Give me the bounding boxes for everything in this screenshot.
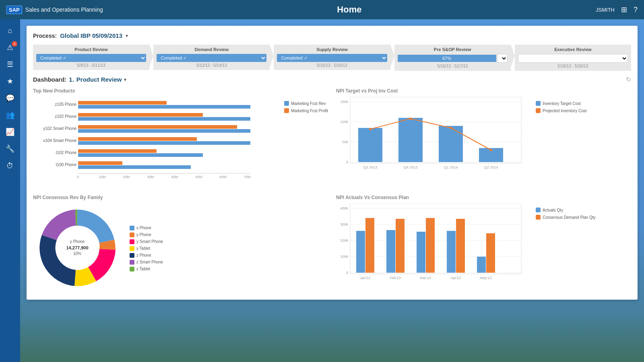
svg-text:100k: 100k bbox=[340, 255, 348, 259]
app-title: Sales and Operations Planning bbox=[25, 6, 103, 13]
line-projected bbox=[370, 119, 491, 150]
bar-apr-con bbox=[456, 219, 465, 273]
svg-text:400k: 400k bbox=[340, 206, 348, 210]
dashboard-number: 1. bbox=[69, 76, 74, 83]
topbar: SAP Sales and Operations Planning Home J… bbox=[0, 0, 644, 19]
legend-inv-target: Inventory Target Cost bbox=[536, 101, 587, 106]
svg-text:Q4 2013: Q4 2013 bbox=[404, 165, 418, 169]
main-card: Process: Global IBP 05/09/2013 ▾ Product… bbox=[27, 26, 638, 300]
process-header: Process: Global IBP 05/09/2013 ▾ bbox=[33, 32, 631, 39]
legend-label-yphone: y Phone bbox=[136, 232, 151, 237]
bar-jan-con bbox=[365, 218, 374, 273]
legend-color-xphone bbox=[130, 226, 134, 230]
sidebar-people-icon[interactable]: 👥 bbox=[2, 108, 18, 122]
npi-actuals-content: 400k 300k 200k 100k 0 bbox=[336, 204, 631, 292]
legend-item-rev: Marketing Fcst Rev bbox=[284, 101, 328, 106]
sidebar-clock-icon[interactable]: ⏱ bbox=[2, 158, 18, 173]
svg-text:May'13: May'13 bbox=[480, 276, 492, 280]
npi-actuals-chart: NPI Actuals Vs Consensus Plan 400k 300k … bbox=[336, 195, 631, 293]
svg-text:Q1 2014: Q1 2014 bbox=[444, 165, 458, 169]
legend-label-rev: Marketing Fcst Rev bbox=[291, 101, 326, 106]
sidebar-alert-icon[interactable]: ⚠4 bbox=[2, 40, 18, 55]
sidebar-list-icon[interactable]: ☰ bbox=[2, 57, 18, 72]
svg-text:Apr'13: Apr'13 bbox=[450, 276, 461, 280]
svg-text:30M: 30M bbox=[147, 175, 154, 179]
alert-badge: 4 bbox=[12, 41, 17, 47]
bar bbox=[78, 101, 167, 105]
bar-feb-act bbox=[386, 230, 395, 273]
top-new-products-chart: Top New Products z105 Phone z102 Phone bbox=[33, 88, 328, 187]
sidebar-chat-icon[interactable]: 💬 bbox=[2, 91, 18, 105]
svg-text:t100 Phone: t100 Phone bbox=[56, 162, 77, 167]
dashboard-label: Dashboard: bbox=[33, 76, 66, 83]
sidebar-chart-icon[interactable]: 📈 bbox=[2, 125, 18, 139]
dashboard-name: Product Review bbox=[76, 76, 122, 83]
bar-mar-con bbox=[426, 218, 435, 273]
npi-consensus-chart: NPI Consensus Rev By Family bbox=[33, 195, 328, 293]
legend-label-inv: Inventory Target Cost bbox=[543, 101, 581, 106]
step5-select[interactable] bbox=[518, 54, 628, 63]
user-name[interactable]: JSMITH bbox=[596, 7, 615, 13]
point-q4 bbox=[409, 117, 412, 120]
sap-logo: SAP bbox=[6, 6, 22, 14]
process-label: Process: bbox=[33, 33, 57, 39]
dashboard-header: Dashboard: 1. Product Review ▾ ↻ bbox=[33, 76, 631, 83]
legend-color-ytablet bbox=[130, 246, 134, 251]
sidebar: ⌂ ⚠4 ☰ ★ 💬 👥 📈 🔧 ⏱ bbox=[0, 19, 20, 362]
bar-apr-act bbox=[447, 231, 456, 273]
process-value[interactable]: Global IBP 05/09/2013 bbox=[60, 32, 122, 39]
help-icon[interactable]: ? bbox=[634, 6, 638, 14]
process-dropdown-icon[interactable]: ▾ bbox=[126, 33, 128, 39]
legend-yphone: y Phone bbox=[130, 232, 163, 237]
dashboard-dropdown-icon[interactable]: ▾ bbox=[124, 77, 126, 82]
legend-color-rev bbox=[284, 101, 289, 106]
step4-select[interactable] bbox=[497, 54, 508, 63]
svg-text:Feb'13: Feb'13 bbox=[390, 276, 400, 280]
bar bbox=[78, 165, 191, 169]
bar bbox=[78, 153, 203, 157]
bar bbox=[78, 141, 250, 145]
svg-text:y102 Smart Phone: y102 Smart Phone bbox=[43, 126, 76, 131]
sidebar-star-icon[interactable]: ★ bbox=[2, 74, 18, 88]
legend-item-profit: Marketing Fcst Profit bbox=[284, 108, 328, 113]
top-new-products-legend: Marketing Fcst Rev Marketing Fcst Profit bbox=[284, 97, 328, 187]
sidebar-home-icon[interactable]: ⌂ bbox=[2, 23, 18, 38]
svg-text:0: 0 bbox=[346, 160, 348, 164]
npi-actuals-svg: 400k 300k 200k 100k 0 bbox=[336, 204, 529, 292]
legend-color-actuals bbox=[536, 208, 541, 212]
bar bbox=[78, 129, 250, 133]
bar-q4 bbox=[398, 118, 423, 162]
legend-label-ztablet: z Tablet bbox=[136, 267, 150, 271]
svg-text:t102 Phone: t102 Phone bbox=[56, 150, 77, 155]
step-supply-review: Supply Review Completed ✓ 5/15/13 - 5/16… bbox=[274, 45, 390, 71]
top-new-products-content: z105 Phone z102 Phone y102 Smart Phone bbox=[33, 97, 328, 187]
svg-text:x104 Smart Phone: x104 Smart Phone bbox=[43, 138, 76, 143]
legend-label-consensus: Consensus Demand Plan Qty bbox=[543, 215, 596, 220]
legend-color-ysmartphone bbox=[130, 239, 134, 244]
step3-select[interactable]: Completed ✓ bbox=[277, 54, 387, 62]
step2-select[interactable]: Completed ✓ bbox=[157, 54, 266, 62]
step1-select[interactable]: Completed ✓ bbox=[36, 54, 146, 62]
legend-ysmartphone: y Smart Phone bbox=[130, 239, 163, 244]
step5-title: Executive Review bbox=[518, 47, 628, 52]
step-executive-review: Executive Review 5/18/13 - 5/20/13 bbox=[515, 45, 631, 71]
legend-ztablet: z Tablet bbox=[130, 267, 163, 272]
npi-consensus-content: y Phone 14,277,900 10% x Phone bbox=[33, 204, 328, 293]
svg-text:Mar'13: Mar'13 bbox=[420, 276, 431, 280]
legend-color-yphone bbox=[130, 232, 134, 237]
legend-label-ysmartphone: y Smart Phone bbox=[136, 239, 163, 244]
step3-title: Supply Review bbox=[277, 47, 387, 52]
svg-text:60M: 60M bbox=[219, 175, 227, 179]
legend-label-zphone: z Phone bbox=[136, 253, 151, 257]
legend-ytablet: y Tablet bbox=[130, 246, 163, 251]
step-demand-review: Demand Review Completed ✓ 5/12/13 - 5/14… bbox=[153, 45, 270, 71]
step2-date: 5/12/13 - 5/14/13 bbox=[157, 63, 266, 68]
bar-feb-con bbox=[396, 219, 405, 273]
svg-text:200k: 200k bbox=[340, 239, 348, 243]
grid-icon[interactable]: ⊞ bbox=[621, 5, 627, 14]
svg-text:70M: 70M bbox=[244, 175, 250, 179]
sidebar-tools-icon[interactable]: 🔧 bbox=[2, 142, 18, 156]
svg-text:Jan'13: Jan'13 bbox=[360, 276, 370, 280]
hbar-chart: z105 Phone z102 Phone y102 Smart Phone bbox=[33, 97, 278, 187]
refresh-icon[interactable]: ↻ bbox=[626, 76, 631, 83]
